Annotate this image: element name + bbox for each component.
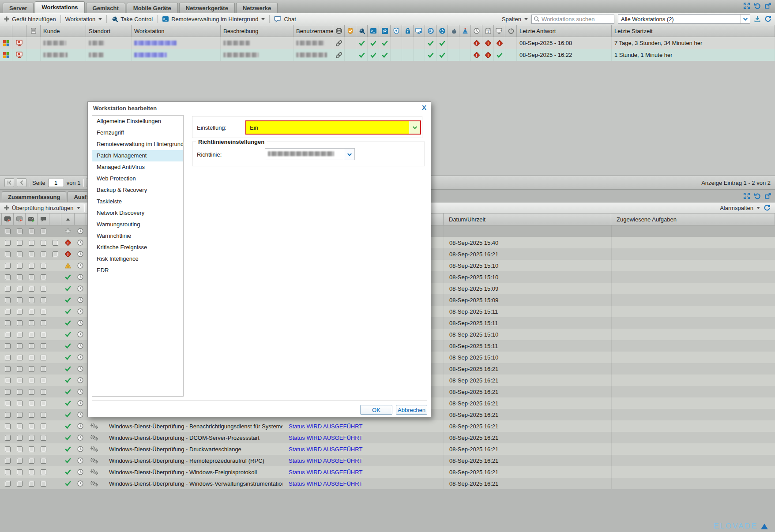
- column-header-workstation[interactable]: Workstation: [132, 25, 221, 37]
- expand-icon[interactable]: [743, 192, 750, 199]
- alert-checkbox[interactable]: [5, 355, 11, 360]
- chat-button[interactable]: Chat: [274, 15, 296, 22]
- tab-netzwerkger-te[interactable]: Netzwerkgeräte: [179, 3, 235, 13]
- calendar-column-icon[interactable]: 1: [482, 25, 494, 37]
- alert-checkbox[interactable]: [5, 274, 11, 280]
- alert-checkbox[interactable]: [29, 469, 34, 475]
- alert-checkbox[interactable]: [17, 320, 23, 326]
- dialog-nav-network-discovery[interactable]: Network Discovery: [92, 207, 183, 219]
- alert-checkbox[interactable]: [17, 286, 23, 292]
- alert-checkbox[interactable]: [5, 286, 11, 292]
- alert-checkbox[interactable]: [41, 481, 46, 487]
- alert-checkbox[interactable]: [17, 343, 23, 349]
- alert-light-column-icon[interactable]: [14, 214, 26, 225]
- status-ok-icon[interactable]: [379, 49, 391, 61]
- alert-checkbox[interactable]: [17, 446, 23, 452]
- status-ok-icon[interactable]: [368, 49, 379, 61]
- alert-checkbox[interactable]: [41, 343, 46, 349]
- column-header-benutzername[interactable]: Benutzername: [293, 25, 333, 37]
- chevron-down-icon[interactable]: [344, 149, 354, 160]
- remote-terminal-column-icon[interactable]: [368, 25, 379, 37]
- columns-menu-button[interactable]: Spalten: [502, 16, 528, 22]
- tab-netzwerke[interactable]: Netzwerke: [236, 3, 278, 13]
- device-tiles-icon[interactable]: [0, 37, 12, 49]
- workstation-row[interactable]: !!08-Sep-2025 - 16:221 Stunde, 1 Minute …: [0, 49, 775, 61]
- column-header-zugewiesene-aufgaben[interactable]: Zugewiesene Aufgaben: [611, 214, 775, 225]
- alert-checkbox[interactable]: [29, 240, 34, 246]
- alert-checkbox[interactable]: [41, 355, 46, 360]
- take-control-button[interactable]: Take Control: [111, 15, 153, 22]
- alert-checkbox[interactable]: [17, 309, 23, 315]
- first-page-button[interactable]: [4, 178, 14, 187]
- alert-checkbox[interactable]: [5, 412, 11, 418]
- alert-checkbox[interactable]: [5, 309, 11, 315]
- dialog-nav-backup-recovery[interactable]: Backup & Recovery: [92, 184, 183, 196]
- status-column-header[interactable]: [61, 214, 75, 225]
- alert-checkbox[interactable]: [5, 297, 11, 303]
- popout-icon[interactable]: [764, 2, 771, 9]
- undo-icon[interactable]: [754, 2, 761, 9]
- status-ok-icon[interactable]: [425, 49, 436, 61]
- alert-checkbox[interactable]: [17, 366, 23, 372]
- alert-checkbox[interactable]: [41, 401, 46, 406]
- alert-checkbox[interactable]: [17, 251, 23, 257]
- dialog-nav-kritische-ereignisse[interactable]: Kritische Ereignisse: [92, 242, 183, 253]
- alert-checkbox[interactable]: [17, 378, 23, 383]
- alert-checkbox[interactable]: [41, 309, 46, 315]
- alert-checkbox[interactable]: [17, 481, 23, 487]
- alert-checkbox[interactable]: [29, 251, 34, 257]
- check-row[interactable]: Windows-Dienst-Überprüfung - DCOM-Server…: [0, 432, 775, 443]
- alert-checkbox[interactable]: [17, 435, 23, 441]
- alert-checkbox[interactable]: [29, 332, 34, 337]
- webprotection-monitor-column-icon[interactable]: [414, 25, 425, 37]
- alert-checkbox[interactable]: [29, 458, 34, 464]
- alert-checkbox[interactable]: [5, 320, 11, 326]
- alert-checkbox[interactable]: [41, 332, 46, 337]
- status-alert-icon[interactable]: !: [494, 37, 505, 49]
- prev-page-button[interactable]: [17, 178, 26, 187]
- backup-lock-column-icon[interactable]: [402, 25, 414, 37]
- remote-background-button[interactable]: Remoteverwaltung im Hintergrund: [162, 15, 265, 22]
- dialog-nav-remoteverwaltung-im-hintergrund[interactable]: Remoteverwaltung im Hintergrund: [92, 139, 183, 150]
- take-control-satellite-column-icon[interactable]: [356, 25, 368, 37]
- alert-checkbox[interactable]: [5, 378, 11, 383]
- automation-cone-column-icon[interactable]: [459, 25, 471, 37]
- status-ok-icon[interactable]: [368, 37, 379, 49]
- status-ok-icon[interactable]: [356, 49, 368, 61]
- monitor-issue-column-icon[interactable]: *: [494, 25, 505, 37]
- alert-checkbox[interactable]: [5, 435, 11, 441]
- alert-checkbox[interactable]: [29, 481, 34, 487]
- undo-icon[interactable]: [754, 192, 761, 199]
- alert-checkbox[interactable]: [29, 401, 34, 406]
- workstation-menu-button[interactable]: Workstation: [65, 16, 102, 22]
- dialog-nav-taskleiste[interactable]: Taskleiste: [92, 196, 183, 207]
- dialog-nav-web-protection[interactable]: Web Protection: [92, 173, 183, 184]
- alert-checkbox[interactable]: [17, 332, 23, 337]
- alert-checkbox[interactable]: [17, 389, 23, 395]
- apple-column-icon[interactable]: [448, 25, 459, 37]
- dialog-nav-warnrichtlinie[interactable]: Warnrichtlinie: [92, 230, 183, 242]
- alert-checkbox[interactable]: [41, 446, 46, 452]
- policy-dropdown[interactable]: [265, 148, 355, 160]
- ok-button[interactable]: OK: [360, 405, 392, 415]
- alert-checkbox[interactable]: [41, 251, 46, 257]
- check-status-link[interactable]: Status WIRD AUSGEFÜHRT: [282, 420, 444, 432]
- alert-checkbox[interactable]: [5, 469, 11, 475]
- extra-alert-checkbox[interactable]: [53, 251, 58, 257]
- status-ok-icon[interactable]: [436, 49, 448, 61]
- check-status-link[interactable]: Status WIRD AUSGEFÜHRT: [282, 466, 444, 478]
- alert-checkbox[interactable]: [29, 286, 34, 292]
- dialog-nav-risk-intelligence[interactable]: Risk Intelligence: [92, 253, 183, 265]
- patch-shield-column-icon[interactable]: [345, 25, 356, 37]
- refresh-icon[interactable]: [764, 204, 771, 211]
- check-status-link[interactable]: Status WIRD AUSGEFÜHRT: [282, 443, 444, 455]
- power-column-icon[interactable]: [505, 25, 517, 37]
- alert-checkbox[interactable]: [5, 446, 11, 452]
- alert-checkbox[interactable]: [5, 240, 11, 246]
- expand-icon[interactable]: [743, 2, 750, 9]
- dialog-nav-edr[interactable]: EDR: [92, 265, 183, 276]
- alert-checkbox[interactable]: [41, 412, 46, 418]
- dialog-nav-managed-antivirus[interactable]: Managed AntiVirus: [92, 161, 183, 173]
- alert-checkbox[interactable]: [5, 481, 11, 487]
- check-status-link[interactable]: Status WIRD AUSGEFÜHRT: [282, 432, 444, 443]
